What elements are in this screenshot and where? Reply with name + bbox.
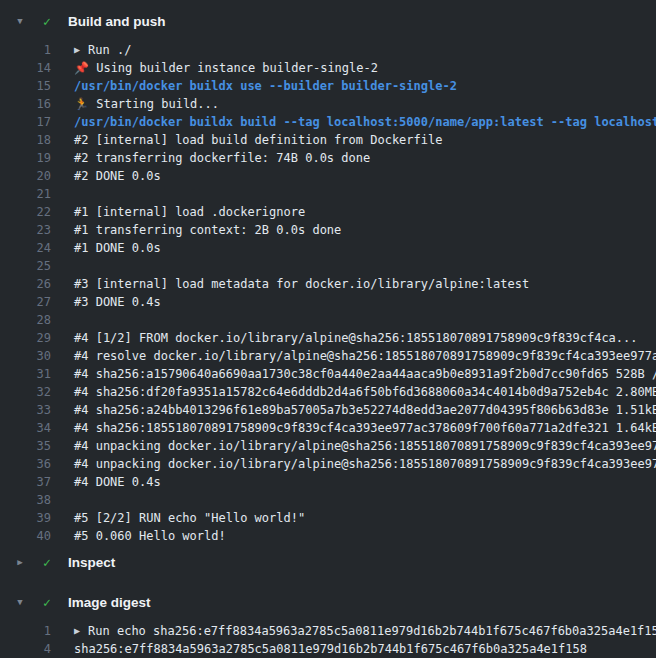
line-number-link[interactable]: 24 [0,239,51,257]
line-number-link[interactable]: 14 [0,59,51,77]
log-line: 30 #4 resolve docker.io/library/alpine@s… [0,347,656,365]
log-line: 38 [0,491,656,509]
line-number-link[interactable]: 29 [0,329,51,347]
log-line-text: #1 DONE 0.0s [74,239,161,257]
log-line: 1 ▶Run ./ [0,41,656,59]
log-line-text: #4 sha256:a24bb4013296f61e89ba57005a7b3e… [74,401,656,419]
log-line-text: #4 sha256:185518070891758909c9f839cf4ca3… [74,419,656,437]
expand-step-icon[interactable]: ▶ [74,41,80,59]
log-line: 17 /usr/bin/docker buildx build --tag lo… [0,113,656,131]
actions-log-viewer: { "theme": { "background": "#24282c", "h… [0,0,656,658]
log-line: 27 #3 DONE 0.4s [0,293,656,311]
log-line: 22 #1 [internal] load .dockerignore [0,203,656,221]
step-log-lines: 1 ▶Run ./ 14 📌 Using builder instance bu… [0,36,656,545]
log-line: 35 #4 unpacking docker.io/library/alpine… [0,437,656,455]
log-line-text: #5 [2/2] RUN echo "Hello world!" [74,509,305,527]
log-line: 18 #2 [internal] load build definition f… [0,131,656,149]
log-line: 25 [0,257,656,275]
line-number-link[interactable]: 27 [0,293,51,311]
line-number-link[interactable]: 19 [0,149,51,167]
log-line-text: /usr/bin/docker buildx build --tag local… [74,113,656,131]
step-title: Image digest [68,595,151,610]
log-line-text: #4 [1/2] FROM docker.io/library/alpine@s… [74,329,638,347]
line-number-link[interactable]: 1 [0,622,51,640]
log-line: 33 #4 sha256:a24bb4013296f61e89ba57005a7… [0,401,656,419]
log-step-section: ▼ ✓ Image digest 1 ▶Run echo sha256:e7ff… [0,587,656,658]
line-number-link[interactable]: 39 [0,509,51,527]
log-line-text: #4 DONE 0.4s [74,473,161,491]
log-line-text: Run ./ [88,41,131,59]
line-number-link[interactable]: 40 [0,527,51,545]
log-line-text: #4 sha256:a15790640a6690aa1730c38cf0a440… [74,365,656,383]
step-header[interactable]: ▼ ✓ Image digest [0,587,656,617]
line-number-link[interactable]: 18 [0,131,51,149]
line-number-link[interactable]: 31 [0,365,51,383]
log-line-text: Run echo sha256:e7ff8834a5963a2785c5a081… [88,622,656,640]
log-line-text: #4 unpacking docker.io/library/alpine@sh… [74,455,656,473]
line-number-link[interactable]: 33 [0,401,51,419]
step-header[interactable]: ▼ ✓ Build and push [0,6,656,36]
line-number-link[interactable]: 34 [0,419,51,437]
log-line: 34 #4 sha256:185518070891758909c9f839cf4… [0,419,656,437]
log-line: 24 #1 DONE 0.0s [0,239,656,257]
log-line-text: 📌 Using builder instance builder-single-… [74,59,378,77]
log-line: 4 sha256:e7ff8834a5963a2785c5a0811e979d1… [0,640,656,658]
log-sections: ▼ ✓ Build and push 1 ▶Run ./ 14 📌 Using … [0,6,656,658]
line-number-link[interactable]: 4 [0,640,51,658]
line-number-link[interactable]: 23 [0,221,51,239]
step-title: Build and push [68,14,166,29]
log-line: 29 #4 [1/2] FROM docker.io/library/alpin… [0,329,656,347]
line-number-link[interactable]: 20 [0,167,51,185]
log-line: 39 #5 [2/2] RUN echo "Hello world!" [0,509,656,527]
log-line: 31 #4 sha256:a15790640a6690aa1730c38cf0a… [0,365,656,383]
log-line-text: #3 DONE 0.4s [74,293,161,311]
log-line-text: #5 0.060 Hello world! [74,527,226,545]
line-number-link[interactable]: 38 [0,491,51,509]
line-number-link[interactable]: 1 [0,41,51,59]
log-line-text: 🏃 Starting build... [74,95,219,113]
line-number-link[interactable]: 37 [0,473,51,491]
check-success-icon: ✓ [39,555,55,570]
step-header[interactable]: ▶ ✓ Inspect [0,547,656,577]
log-line-text: #1 [internal] load .dockerignore [74,203,305,221]
log-line: 16 🏃 Starting build... [0,95,656,113]
log-line-text: #3 [internal] load metadata for docker.i… [74,275,529,293]
line-number-link[interactable]: 21 [0,185,51,203]
line-number-link[interactable]: 17 [0,113,51,131]
log-line: 21 [0,185,656,203]
line-number-link[interactable]: 25 [0,257,51,275]
line-number-link[interactable]: 22 [0,203,51,221]
log-line: 23 #1 transferring context: 2B 0.0s done [0,221,656,239]
line-number-link[interactable]: 28 [0,311,51,329]
log-line: 26 #3 [internal] load metadata for docke… [0,275,656,293]
step-title: Inspect [68,555,115,570]
line-number-link[interactable]: 30 [0,347,51,365]
expand-step-icon[interactable]: ▶ [74,622,80,640]
log-line: 28 [0,311,656,329]
log-line-text: #2 DONE 0.0s [74,167,161,185]
log-line-text: #2 [internal] load build definition from… [74,131,442,149]
log-line-text: sha256:e7ff8834a5963a2785c5a0811e979d16b… [74,640,587,658]
line-number-link[interactable]: 36 [0,455,51,473]
log-line: 15 /usr/bin/docker buildx use --builder … [0,77,656,95]
chevron-icon[interactable]: ▶ [13,557,27,567]
log-line: 32 #4 sha256:df20fa9351a15782c64e6dddb2d… [0,383,656,401]
log-line: 37 #4 DONE 0.4s [0,473,656,491]
log-line-text: #2 transferring dockerfile: 74B 0.0s don… [74,149,370,167]
line-number-link[interactable]: 15 [0,77,51,95]
log-line-text: #1 transferring context: 2B 0.0s done [74,221,341,239]
check-success-icon: ✓ [39,14,55,29]
line-number-link[interactable]: 26 [0,275,51,293]
chevron-icon[interactable]: ▼ [13,16,27,26]
log-line: 19 #2 transferring dockerfile: 74B 0.0s … [0,149,656,167]
log-step-section: ▶ ✓ Inspect [0,547,656,577]
log-line: 1 ▶Run echo sha256:e7ff8834a5963a2785c5a… [0,622,656,640]
line-number-link[interactable]: 32 [0,383,51,401]
log-step-section: ▼ ✓ Build and push 1 ▶Run ./ 14 📌 Using … [0,6,656,545]
line-number-link[interactable]: 35 [0,437,51,455]
log-line-text: #4 unpacking docker.io/library/alpine@sh… [74,437,656,455]
chevron-icon[interactable]: ▼ [13,597,27,607]
line-number-link[interactable]: 16 [0,95,51,113]
log-line: 36 #4 unpacking docker.io/library/alpine… [0,455,656,473]
log-line: 40 #5 0.060 Hello world! [0,527,656,545]
